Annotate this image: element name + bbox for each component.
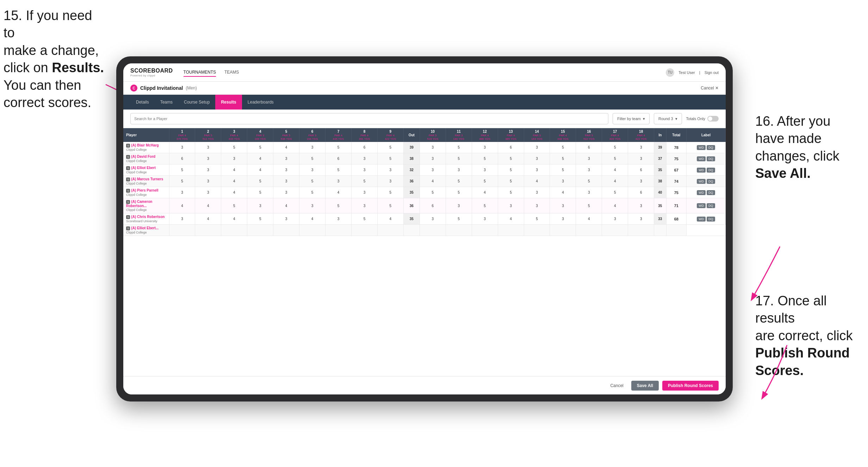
- th-hole-11: 11PAR 3180 YDS: [446, 128, 472, 142]
- breadcrumb-bar: C Clippd Invitational (Men) Cancel ✕: [123, 82, 726, 95]
- tab-details[interactable]: Details: [130, 95, 155, 110]
- filter-button[interactable]: Filter by team ▾: [613, 113, 650, 124]
- score-table-container: Player 1PAR 4370 YDS 2PAR 5511 YDS 3PAR …: [123, 128, 726, 376]
- nav-divider: |: [699, 70, 700, 75]
- th-player: Player: [123, 128, 169, 142]
- logo-area: SCOREBOARD Powered by clippd: [130, 68, 173, 77]
- th-hole-13: 13PAR 4385 YDS: [498, 128, 524, 142]
- th-label: Label: [686, 128, 725, 142]
- cancel-button[interactable]: Cancel: [606, 381, 627, 390]
- tablet-frame: SCOREBOARD Powered by clippd TOURNAMENTS…: [116, 56, 733, 401]
- round-button[interactable]: Round 3 ▾: [654, 113, 682, 124]
- label-dq-button[interactable]: DQ: [707, 156, 715, 161]
- th-hole-5: 5PAR 5536 YDS: [273, 128, 299, 142]
- nav-links: TOURNAMENTS TEAMS: [184, 68, 666, 77]
- nav-right: TU Test User | Sign out: [666, 68, 719, 77]
- label-dq-button[interactable]: DQ: [707, 217, 715, 222]
- th-hole-18: 18PAR 4422 YDS: [628, 128, 654, 142]
- label-dq-button[interactable]: DQ: [707, 145, 715, 150]
- label-wd-button[interactable]: WD: [697, 168, 706, 173]
- th-hole-1: 1PAR 4370 YDS: [169, 128, 195, 142]
- label-wd-button[interactable]: WD: [697, 179, 706, 184]
- th-hole-2: 2PAR 5511 YDS: [195, 128, 221, 142]
- th-hole-15: 15PAR 4448 YDS: [550, 128, 576, 142]
- round-chevron-icon: ▾: [675, 117, 677, 121]
- label-dq-button[interactable]: DQ: [707, 168, 715, 173]
- table-row: S(A) David FordClippd College63343563538…: [123, 153, 726, 164]
- label-wd-button[interactable]: WD: [697, 190, 706, 195]
- label-wd-button[interactable]: WD: [697, 145, 706, 150]
- user-name: Test User: [678, 70, 695, 75]
- th-hole-7: 7PAR 4445 YDS: [326, 128, 352, 142]
- instruction-right-bottom: 17. Once all results are correct, click …: [755, 292, 864, 379]
- instruction-left: 15. If you need to make a change, click …: [4, 7, 106, 111]
- navbar: SCOREBOARD Powered by clippd TOURNAMENTS…: [123, 63, 726, 82]
- nav-tournaments[interactable]: TOURNAMENTS: [184, 68, 216, 77]
- tab-course-setup[interactable]: Course Setup: [178, 95, 215, 110]
- tab-teams[interactable]: Teams: [155, 95, 178, 110]
- search-input[interactable]: [130, 113, 608, 124]
- save-all-button[interactable]: Save All: [631, 381, 659, 391]
- table-row: S(A) Chris RobertsonScoreboard Universit…: [123, 213, 726, 225]
- table-row: S(A) Elliot Ebert...Clippd College: [123, 225, 726, 236]
- toolbar: Filter by team ▾ Round 3 ▾ Totals Only: [123, 110, 726, 128]
- th-out: Out: [403, 128, 420, 142]
- tab-results[interactable]: Results: [215, 95, 242, 110]
- label-dq-button[interactable]: DQ: [707, 203, 715, 208]
- nav-teams[interactable]: TEAMS: [224, 68, 239, 77]
- th-hole-8: 8PAR 4391 YDS: [351, 128, 377, 142]
- label-wd-button[interactable]: WD: [697, 203, 706, 208]
- label-wd-button[interactable]: WD: [697, 156, 706, 161]
- th-hole-4: 4PAR 3166 YDS: [247, 128, 273, 142]
- label-dq-button[interactable]: DQ: [707, 179, 715, 184]
- th-total: Total: [666, 128, 686, 142]
- score-table: Player 1PAR 4370 YDS 2PAR 5511 YDS 3PAR …: [123, 128, 726, 236]
- tournament-title: Clippd Invitational: [140, 85, 183, 91]
- th-hole-6: 6PAR 3194 YDS: [299, 128, 326, 142]
- filter-chevron-icon: ▾: [643, 117, 645, 121]
- tournament-subtitle: (Men): [186, 86, 197, 91]
- tablet-screen: SCOREBOARD Powered by clippd TOURNAMENTS…: [123, 63, 726, 394]
- breadcrumb-left: C Clippd Invitational (Men): [130, 85, 197, 92]
- table-row: S(A) Cameron Robertson...Clippd College4…: [123, 198, 726, 213]
- tournament-icon: C: [130, 85, 137, 92]
- table-row: S(A) Marcus TurnersClippd College5345353…: [123, 176, 726, 187]
- table-row: S(A) Blair McHargClippd College335543565…: [123, 142, 726, 153]
- totals-label: Totals Only: [686, 117, 705, 121]
- th-hole-12: 12PAR 4486 YDS: [472, 128, 498, 142]
- publish-button[interactable]: Publish Round Scores: [662, 381, 719, 391]
- totals-switch[interactable]: [707, 116, 719, 122]
- signout-link[interactable]: Sign out: [705, 70, 719, 75]
- th-hole-14: 14PAR 3183 YDS: [524, 128, 550, 142]
- tab-leaderboards[interactable]: Leaderboards: [242, 95, 279, 110]
- th-hole-9: 9PAR 4422 YDS: [377, 128, 403, 142]
- tab-bar: Details Teams Course Setup Results Leade…: [123, 95, 726, 110]
- th-in: In: [654, 128, 666, 142]
- logo-sub: Powered by clippd: [130, 74, 173, 77]
- action-bar: Cancel Save All Publish Round Scores: [123, 376, 726, 394]
- table-row: S(A) Elliot EbertClippd College534433533…: [123, 164, 726, 176]
- th-hole-10: 10PAR 5519 YDS: [420, 128, 446, 142]
- th-hole-3: 3PAR 4433 YDS: [221, 128, 247, 142]
- breadcrumb-cancel[interactable]: Cancel ✕: [701, 86, 719, 91]
- th-hole-16: 16PAR 5510 YDS: [576, 128, 602, 142]
- label-wd-button[interactable]: WD: [697, 217, 706, 222]
- totals-toggle: Totals Only: [686, 116, 719, 122]
- instruction-right-top: 16. After you have made changes, click S…: [755, 113, 864, 182]
- logo-scoreboard: SCOREBOARD: [130, 68, 173, 74]
- label-dq-button[interactable]: DQ: [707, 190, 715, 195]
- table-row: S(A) Piers ParnellClippd College33453543…: [123, 187, 726, 198]
- user-avatar: TU: [666, 68, 674, 77]
- th-hole-17: 17PAR 4409 YDS: [602, 128, 628, 142]
